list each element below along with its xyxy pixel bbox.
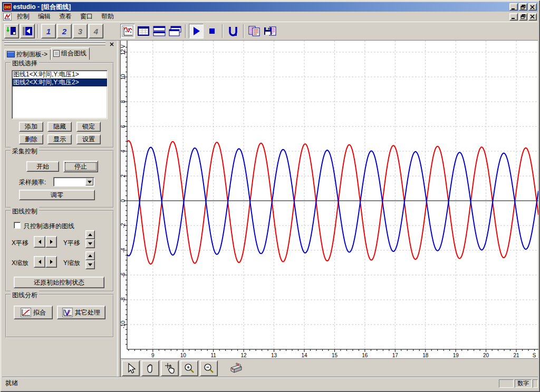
child-minimize-button[interactable] [509,13,518,21]
channel-4-button[interactable]: 4 [89,24,103,38]
app-logo-icon: DIS [3,3,12,11]
save-button[interactable] [263,24,277,38]
tab-control-panel[interactable]: 控制面板-> [4,49,51,60]
svg-text:11: 11 [211,352,217,358]
restore-button[interactable] [519,3,527,11]
status-pane-empty [499,379,514,388]
toolbar-separator [37,24,38,38]
status-pane-num: 数字 [515,379,532,388]
show-curve-button[interactable]: 显示 [47,134,72,144]
other-processing-button[interactable]: 其它处理 [57,306,105,319]
arrow-right-icon [50,240,53,244]
svg-text:S: S [533,352,536,358]
toolbar-separator [243,24,244,38]
back-arrow-icon [22,25,33,37]
curve-list-item[interactable]: 图线1<X:时间,Y:电压1> [12,71,107,79]
copy-icon [248,25,261,37]
child-restore-button[interactable] [519,13,527,21]
split-horizontal-icon [153,25,166,37]
curve-listbox[interactable]: 图线1<X:时间,Y:电压1> 图线2<X:时间,Y:电压2> [12,70,108,119]
restore-icon [520,5,526,9]
svg-text:2: 2 [121,174,126,178]
toolbar-separator [185,24,186,38]
pointing-hand-icon [163,362,176,374]
stop-button[interactable]: 停止 [63,161,98,172]
child-close-button[interactable] [528,13,537,21]
fit-button[interactable]: 拟合 [14,306,53,319]
only-selected-label[interactable]: 只控制选择的图线 [24,222,74,231]
channel-3-button[interactable]: 3 [73,24,88,38]
point-tool-button[interactable] [161,360,179,376]
x-pan-right-button[interactable] [45,236,57,248]
zero-adjust-button[interactable] [226,24,240,38]
print-button[interactable] [227,360,245,376]
cursor-arrow-icon [125,362,137,374]
channel-2-button[interactable]: 2 [57,24,72,38]
svg-text:12: 12 [121,49,126,55]
svg-text:8: 8 [121,100,126,103]
cascade-windows-button[interactable] [168,24,182,38]
select-tool-button[interactable] [122,360,140,376]
printer-icon [228,361,244,375]
zoom-out-tool-button[interactable] [200,360,218,376]
svg-text:4: 4 [121,150,126,153]
plot-area[interactable]: 121086420-2-4-6-8-10V9101112131415161718… [121,41,538,358]
only-selected-checkbox[interactable] [14,222,21,229]
zero-button[interactable]: 调零 [19,190,95,200]
add-curve-button[interactable]: 添加 [19,122,43,132]
control-panel: 控制面板-> 组合图线 图线选择 图线1<X:时间,Y:电压1> 图线2<X:时… [2,41,117,377]
table-view-button[interactable] [136,24,151,38]
x-zoom-in-button[interactable] [45,256,57,268]
menu-edit[interactable]: 编辑 [34,11,55,22]
x-pan-left-button[interactable] [34,236,45,248]
x-zoom-out-button[interactable] [34,256,45,268]
zoom-in-tool-button[interactable] [180,360,198,376]
panel-close-button[interactable] [108,41,115,47]
sample-rate-combobox[interactable] [53,177,94,187]
y-zoom-down-button[interactable] [85,260,95,269]
y-pan-down-button[interactable] [85,239,95,248]
arrow-up-icon [88,233,92,236]
zoom-out-icon [203,362,215,374]
restore-initial-button[interactable]: 还原初始控制状态 [14,277,104,288]
menu-view[interactable]: 查看 [55,11,76,22]
pan-tool-button[interactable] [141,360,159,376]
delete-curve-button[interactable]: 删除 [19,134,43,144]
split-horizontal-button[interactable] [152,24,167,38]
graph-view-button[interactable] [120,24,135,38]
stop-sampling-button[interactable] [205,24,219,38]
panel-box-icon [7,51,15,57]
curve-settings-button[interactable]: 设置 [76,134,101,144]
copy-button[interactable] [247,24,262,38]
svg-text:15: 15 [332,352,338,358]
menu-help[interactable]: 帮助 [97,11,118,22]
svg-text:-10: -10 [121,320,126,328]
back-panel-button[interactable] [20,24,35,38]
channel-1-button[interactable]: 1 [41,24,56,38]
lock-curve-button[interactable]: 锁定 [76,122,101,132]
analysis-title: 图线分析 [11,291,39,300]
save-icon [264,25,276,37]
combo-drop-button[interactable] [85,178,93,185]
y-pan-up-button[interactable] [85,230,95,239]
svg-text:16: 16 [362,352,368,358]
y-pan-label: Y平移 [63,239,80,248]
waveform-canvas[interactable]: 121086420-2-4-6-8-10V9101112131415161718… [121,41,538,358]
svg-text:-6: -6 [121,272,126,277]
minimize-button[interactable] [509,3,518,11]
tab-combined-curves[interactable]: 组合图线 [51,47,90,60]
start-button[interactable]: 开始 [26,161,59,172]
hide-curve-button[interactable]: 隐藏 [47,122,72,132]
start-sampling-button[interactable] [189,24,204,38]
status-pane-end [533,379,538,388]
y-zoom-up-button[interactable] [85,251,95,260]
x-zoom-label: X缩放 [12,259,28,268]
panel-grip[interactable] [4,41,115,47]
svg-text:6: 6 [121,125,126,128]
menu-control[interactable]: 控制 [13,11,34,22]
menu-window[interactable]: 窗口 [76,11,97,22]
close-button[interactable] [528,3,537,11]
panel-close-icon [110,42,114,46]
curve-list-item-selected[interactable]: 图线2<X:时间,Y:电压2> [12,79,107,86]
exit-button[interactable] [4,24,19,38]
